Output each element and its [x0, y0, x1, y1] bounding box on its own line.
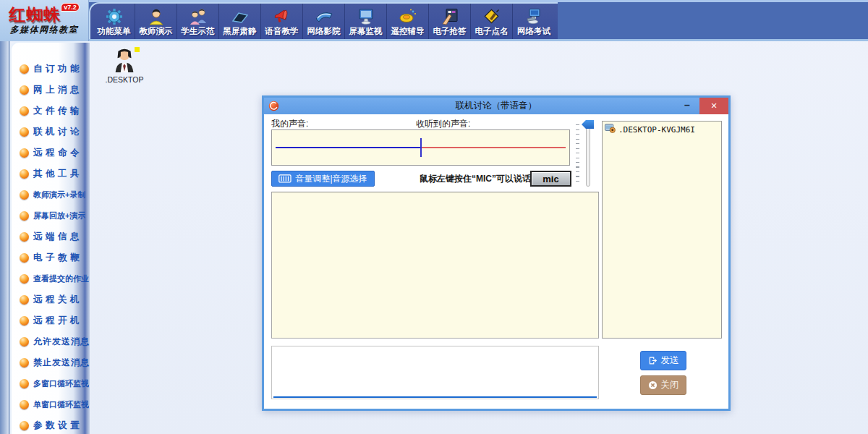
sidebar-item-label: 电子教鞭 — [33, 252, 82, 264]
sidebar-item-2[interactable]: 文件传输 — [12, 101, 90, 122]
app-subtitle: 多媒体网络教室 — [10, 24, 79, 36]
orange-bullet-icon — [20, 211, 29, 221]
toolbar-button-label: 屏幕监视 — [349, 26, 383, 37]
app-logo: 红蜘蛛 v7.2 多媒体网络教室 — [0, 0, 89, 41]
sidebar-item-12[interactable]: 远程开机 — [12, 310, 90, 331]
toolbar-button-label: 网络考试 — [517, 26, 550, 37]
desktop-icon-label: .DESKTOP — [104, 75, 145, 84]
orange-bullet-icon — [20, 190, 29, 200]
toolbar-button-remote-dish[interactable]: 遥控辅导 — [387, 4, 429, 39]
monitor-icon — [357, 6, 375, 26]
sidebar-item-7[interactable]: 屏幕回放+演示 — [12, 205, 90, 226]
dialog-title: 联机讨论（带语音） — [264, 100, 728, 112]
toolbar-button-label: 教师演示 — [140, 26, 173, 37]
megaphone-icon — [273, 6, 292, 26]
remote-dish-icon — [399, 6, 417, 26]
sidebar-item-label: 单窗口循环监视 — [33, 399, 89, 410]
message-input[interactable] — [271, 346, 599, 399]
toolbar-button-megaphone[interactable]: 语音教学 — [261, 4, 303, 39]
sidebar-item-1[interactable]: 网上消息 — [12, 80, 90, 101]
volume-slider[interactable] — [576, 120, 596, 188]
my-voice-label: 我的声音: — [271, 118, 308, 130]
sidebar-item-label: 其他工具 — [33, 168, 82, 180]
slider-ticks — [576, 124, 579, 185]
sidebar-item-11[interactable]: 远程关机 — [12, 289, 90, 310]
wave-divider — [420, 138, 422, 157]
sidebar-item-8[interactable]: 远端信息 — [12, 226, 90, 247]
toolbar-button-monitor[interactable]: 屏幕监视 — [345, 4, 387, 39]
cinema-icon — [315, 6, 333, 26]
desktop-student-icon[interactable]: .DESKTOP — [104, 46, 145, 84]
chat-history[interactable] — [271, 192, 599, 339]
rollcall-icon — [482, 6, 501, 26]
app-title: 红蜘蛛 — [9, 6, 61, 23]
send-icon — [648, 356, 658, 365]
sidebar-item-9[interactable]: 电子教鞭 — [12, 247, 90, 268]
orange-bullet-icon — [20, 379, 29, 388]
orange-bullet-icon — [20, 274, 29, 284]
member-list[interactable]: .DESKTOP-KVGJM6I — [602, 121, 722, 339]
sidebar-item-label: 远程开机 — [33, 315, 82, 327]
dialog-body: 我的声音: 收听到的声音: 音量调整|音源选择 — [264, 114, 728, 409]
sidebar-item-4[interactable]: 远程命令 — [12, 142, 90, 163]
dialog-titlebar[interactable]: 联机讨论（带语音） – ✕ — [264, 98, 728, 114]
dialog-close-button[interactable]: 关闭 — [640, 375, 686, 395]
toolbar-button-black-screen[interactable]: 黑屏肃静 — [219, 4, 261, 39]
orange-bullet-icon — [20, 316, 29, 326]
received-voice-waveline — [421, 147, 566, 148]
sidebar-item-label: 远端信息 — [33, 231, 82, 243]
sidebar-menu: 自订功能网上消息文件传输联机讨论远程命令其他工具教师演示+录制屏幕回放+演示远端… — [10, 41, 90, 434]
minimize-button[interactable]: – — [679, 98, 695, 114]
orange-bullet-icon — [20, 106, 29, 116]
gear-icon — [105, 6, 124, 26]
orange-bullet-icon — [20, 337, 29, 346]
toolbar-button-rollcall[interactable]: 电子点名 — [471, 4, 513, 39]
toolbar-button-label: 功能菜单 — [98, 26, 131, 37]
sidebar-item-5[interactable]: 其他工具 — [12, 163, 90, 184]
toolbar-button-buzzer-hand[interactable]: 电子抢答 — [429, 4, 471, 39]
toolbar-button-cinema[interactable]: 网络影院 — [303, 4, 345, 39]
toolbar-button-gear[interactable]: 功能菜单 — [93, 4, 135, 39]
sidebar-item-label: 网上消息 — [33, 84, 82, 96]
orange-bullet-icon — [20, 64, 29, 74]
volume-slider-thumb[interactable] — [582, 120, 594, 129]
sidebar-item-label: 教师演示+录制 — [33, 190, 85, 200]
toolbar-button-teacher[interactable]: 教师演示 — [135, 4, 177, 39]
sidebar-item-16[interactable]: 单窗口循环监视 — [12, 394, 90, 415]
sidebar-item-13[interactable]: 允许发送消息 — [12, 331, 90, 352]
received-voice-label: 收听到的声音: — [416, 118, 470, 130]
toolbar-button-label: 电子点名 — [475, 26, 509, 37]
sidebar-item-label: 自订功能 — [33, 63, 82, 75]
sidebar-item-label: 文件传输 — [33, 105, 82, 117]
sidebar-item-10[interactable]: 查看提交的作业 — [12, 268, 90, 289]
sidebar-item-label: 屏幕回放+演示 — [33, 210, 85, 221]
toolbar-button-students[interactable]: 学生示范 — [177, 4, 219, 39]
sidebar-item-15[interactable]: 多窗口循环监视 — [12, 373, 90, 394]
sidebar-item-0[interactable]: 自订功能 — [12, 59, 90, 80]
member-computer-icon — [605, 124, 616, 135]
close-icon[interactable]: ✕ — [699, 98, 728, 114]
sidebar-item-3[interactable]: 联机讨论 — [12, 122, 90, 142]
sidebar-item-label: 多窗口循环监视 — [33, 378, 89, 389]
member-list-item[interactable]: .DESKTOP-KVGJM6I — [603, 122, 721, 136]
orange-bullet-icon — [20, 253, 29, 263]
voice-level-display — [271, 129, 570, 166]
slider-track[interactable] — [586, 122, 590, 187]
screen: 红蜘蛛 v7.2 多媒体网络教室 功能菜单教师演示学生示范黑屏肃静语音教学网络影… — [0, 0, 868, 434]
toolbar-button-label: 学生示范 — [182, 26, 215, 37]
sidebar-item-label: 联机讨论 — [33, 126, 82, 138]
sidebar-item-6[interactable]: 教师演示+录制 — [12, 184, 90, 205]
volume-adjust-button[interactable]: 音量调整|音源选择 — [271, 171, 375, 187]
send-button[interactable]: 发送 — [640, 351, 686, 370]
mic-button[interactable]: mic — [530, 171, 571, 187]
sidebar-item-label: 参数设置 — [33, 420, 82, 432]
sidebar-item-17[interactable]: 参数设置 — [12, 415, 90, 434]
orange-bullet-icon — [20, 232, 29, 242]
toolbar-button-label: 电子抢答 — [433, 26, 467, 37]
orange-bullet-icon — [20, 127, 29, 137]
students-icon — [189, 6, 208, 26]
mixer-icon — [278, 174, 292, 183]
orange-bullet-icon — [20, 358, 29, 367]
sidebar-item-14[interactable]: 禁止发送消息 — [12, 352, 90, 373]
toolbar-button-exam-computer[interactable]: 网络考试 — [513, 4, 555, 39]
